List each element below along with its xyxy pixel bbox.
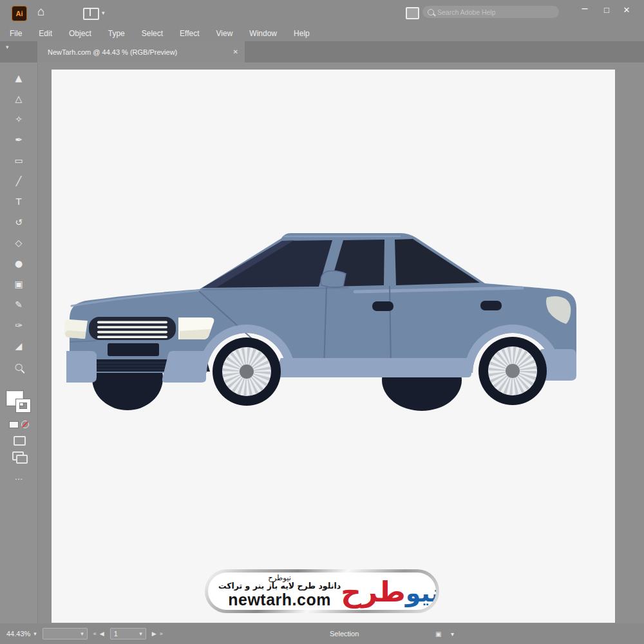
pen-tool[interactable]: ✒ [12,133,26,146]
menu-file[interactable]: File [10,29,22,38]
menu-view[interactable]: View [216,29,233,38]
paintbrush-tool[interactable]: ✑ [12,318,26,332]
stroke-swatch[interactable] [16,399,30,412]
search-input[interactable]: Search Adobe Help [422,6,559,18]
search-icon [428,9,434,15]
watermark-logo-red: طرح [341,575,406,608]
front-bumper-cap [66,351,97,383]
menu-effect[interactable]: Effect [180,29,199,38]
zoom-dropdown[interactable]: 44.43% ▾ [6,630,37,638]
far-headlight-shade [65,330,86,339]
menu-edit[interactable]: Edit [39,29,52,38]
screen-mode-button[interactable] [12,451,24,460]
titlebar: Ai ⌂ ▾ Search Adobe Help – □ ✕ [0,0,644,26]
artboard-canvas[interactable]: نیوطرح دانلود طرح لایه باز بنر و تراکت n… [52,70,615,623]
status-panel-icon[interactable]: ▣ [435,630,441,638]
first-artboard-icon[interactable]: « [93,630,97,637]
front-door-handle [372,301,393,311]
tab-close-icon[interactable]: ✕ [233,48,238,55]
status-text: Selection [330,630,359,638]
status-caret-icon[interactable]: ▾ [451,630,454,638]
direct-selection-tool[interactable]: △ [12,91,26,105]
prev-artboard-icon[interactable]: ◀ [100,630,104,637]
front-mid-cap [162,351,206,383]
illustrator-window: Ai ⌂ ▾ Search Adobe Help – □ ✕ File Edit… [0,0,644,644]
pencil-tool[interactable]: ✎ [12,298,26,311]
tool-list: ▲ △ ✧ ✒ ▭ ╱ T ↺ ◇ ● ▣ ✎ ✑ ◢ ○ [0,71,37,373]
blob-brush-tool[interactable]: ● [12,256,26,270]
document-tab-title: NewTarh.com @ 44.43 % (RGB/Preview) [48,48,227,56]
menu-help[interactable]: Help [294,29,310,38]
license-plate [108,343,159,356]
rocker-panel [273,358,471,377]
statusbar: 44.43% ▾ ▾ « ◀ 1 ▾ ▶ » Selection ▣ ▾ [0,623,644,644]
color-mode-row [0,421,37,428]
menu-select[interactable]: Select [142,29,163,38]
zoom-caret-icon: ▾ [33,630,37,637]
menu-type[interactable]: Type [108,29,125,38]
selection-tool[interactable]: ▲ [12,71,26,84]
tool-hint-dropdown[interactable]: ▾ [43,628,88,639]
watermark-text: نیوطرح دانلود طرح لایه باز بنر و تراکت n… [218,574,341,609]
artboard-navigation-dropdown[interactable]: 1 ▾ [110,628,146,639]
arrange-documents-caret[interactable]: ▾ [102,10,105,16]
color-button[interactable] [9,421,19,428]
rear-wheel [478,337,547,405]
artboard-caret-icon: ▾ [139,630,142,637]
watermark-logo: نیو طرح [341,575,436,608]
last-artboard-icon[interactable]: » [160,630,163,637]
minimize-button[interactable]: – [578,3,591,14]
side-mirror [321,271,346,288]
rear-door-glass [395,239,480,285]
eraser-tool[interactable]: ◢ [12,339,26,352]
rear-door-handle [480,301,502,310]
artboard-number: 1 [114,630,118,638]
zoom-level: 44.43% [6,630,30,638]
close-button[interactable]: ✕ [620,5,633,15]
dropdown-caret-icon: ▾ [80,630,84,637]
watermark-badge: نیوطرح دانلود طرح لایه باز بنر و تراکت n… [205,569,439,613]
document-tab[interactable]: NewTarh.com @ 44.43 % (RGB/Preview) ✕ [37,41,245,62]
type-tool[interactable]: T [12,194,26,208]
magic-wand-tool[interactable]: ✧ [12,112,26,126]
search-placeholder: Search Adobe Help [437,8,495,16]
rectangle-tool[interactable]: ▭ [12,153,26,167]
home-icon[interactable]: ⌂ [37,5,44,19]
arrange-documents-icon[interactable] [83,8,99,20]
rotate-tool[interactable]: ↺ [12,215,26,229]
tools-panel: ▲ △ ✧ ✒ ▭ ╱ T ↺ ◇ ● ▣ ✎ ✑ ◢ ○ … [0,62,38,623]
car-artwork[interactable] [61,229,576,417]
shape-builder-tool[interactable]: ◇ [12,236,26,249]
tabbar-collapse-icon[interactable]: ▾ [6,44,9,50]
watermark-inner: نیوطرح دانلود طرح لایه باز بنر و تراکت n… [208,573,436,610]
zoom-tool[interactable]: ○ [12,359,26,373]
workspace-switcher-icon[interactable] [406,7,419,19]
watermark-tagline: دانلود طرح لایه باز بنر و تراکت [218,582,341,591]
draw-mode-button[interactable] [14,436,26,446]
menu-object[interactable]: Object [69,29,91,38]
watermark-logo-blue: نیو [406,579,436,607]
next-artboard-icon[interactable]: ▶ [152,630,156,637]
maximize-button[interactable]: □ [600,5,613,15]
front-wheel [213,337,281,406]
line-segment-tool[interactable]: ╱ [12,174,26,187]
watermark-domain: newtarh.com [228,591,331,609]
fill-stroke-swatches [0,390,37,418]
menu-window[interactable]: Window [249,29,277,38]
artboard-tool[interactable]: ▣ [12,277,26,290]
app-icon[interactable]: Ai [12,6,27,21]
none-button[interactable] [21,421,29,428]
menubar: File Edit Object Type Select Effect View… [10,26,310,41]
edit-toolbar-ellipsis[interactable]: … [0,472,37,482]
